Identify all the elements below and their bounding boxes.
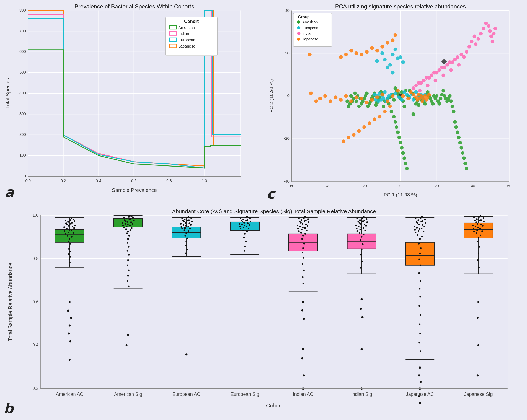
svg-point-451: [241, 224, 243, 225]
svg-point-139: [404, 162, 407, 165]
svg-point-179: [396, 56, 400, 60]
svg-point-375: [126, 226, 128, 227]
svg-point-216: [487, 24, 490, 28]
svg-point-65: [417, 103, 420, 107]
svg-point-227: [380, 93, 384, 96]
svg-text:60: 60: [507, 184, 512, 188]
svg-point-386: [128, 246, 130, 248]
svg-point-322: [68, 225, 70, 227]
svg-point-538: [365, 225, 367, 227]
svg-point-309: [70, 317, 72, 319]
svg-point-618: [480, 215, 481, 216]
svg-point-645: [477, 301, 479, 303]
svg-point-548: [361, 249, 363, 250]
svg-point-207: [465, 50, 468, 54]
svg-point-459: [240, 228, 241, 229]
svg-point-402: [189, 217, 191, 218]
svg-point-493: [304, 227, 306, 229]
svg-point-550: [361, 261, 363, 262]
svg-point-531: [355, 225, 357, 226]
svg-point-500: [303, 243, 305, 245]
svg-point-368: [133, 220, 135, 221]
svg-point-128: [463, 162, 467, 165]
svg-point-409: [185, 222, 186, 224]
svg-point-502: [302, 252, 303, 253]
svg-point-191: [445, 63, 449, 67]
legend-c-american-label: American: [302, 20, 318, 24]
svg-point-579: [414, 229, 416, 231]
svg-point-388: [128, 254, 130, 256]
main-layout: Prevalence of Bacterial Species Within C…: [0, 0, 527, 420]
svg-point-425: [185, 232, 187, 234]
y-label-a: Total Species: [5, 78, 11, 109]
svg-point-269: [388, 105, 392, 108]
svg-point-448: [245, 217, 246, 218]
svg-point-330: [64, 230, 65, 232]
svg-point-501: [302, 247, 304, 249]
chart-c-svg: PCA utilizing signature species relative…: [266, 3, 524, 202]
svg-point-212: [476, 37, 480, 41]
svg-point-578: [420, 221, 422, 222]
svg-text:700: 700: [19, 29, 26, 33]
svg-point-574: [425, 222, 426, 224]
legend-c-indian-icon: [297, 32, 300, 35]
svg-point-130: [392, 115, 396, 118]
svg-point-193: [417, 81, 420, 85]
svg-point-243: [339, 98, 343, 102]
svg-point-414: [188, 222, 190, 224]
legend-title-c: Group: [298, 15, 309, 19]
svg-point-429: [185, 245, 187, 246]
svg-point-631: [473, 228, 474, 229]
svg-point-157: [414, 90, 418, 94]
svg-text:-40: -40: [284, 179, 289, 183]
svg-point-508: [302, 301, 304, 303]
svg-point-604: [418, 374, 420, 376]
svg-point-261: [375, 49, 379, 53]
svg-point-328: [69, 229, 70, 231]
svg-point-615: [473, 217, 475, 218]
svg-point-204: [457, 63, 461, 67]
svg-point-616: [481, 216, 483, 217]
svg-point-270: [383, 110, 387, 113]
svg-text:800: 800: [19, 8, 26, 12]
svg-text:0.4: 0.4: [33, 343, 38, 347]
svg-point-314: [65, 220, 66, 221]
svg-point-46: [392, 98, 396, 102]
svg-point-445: [242, 221, 243, 222]
svg-point-231: [370, 98, 374, 102]
svg-point-403: [184, 219, 185, 220]
svg-point-221: [493, 27, 497, 30]
svg-point-313: [69, 359, 71, 361]
svg-point-199: [418, 89, 422, 93]
svg-point-633: [476, 229, 478, 231]
svg-point-411: [180, 223, 182, 225]
svg-point-255: [308, 53, 312, 56]
svg-point-342: [68, 248, 70, 250]
svg-point-404: [188, 216, 189, 217]
svg-point-149: [405, 93, 409, 96]
svg-point-119: [452, 110, 456, 113]
svg-point-143: [397, 95, 401, 99]
svg-point-620: [483, 217, 484, 219]
svg-point-118: [451, 105, 454, 108]
svg-point-316: [67, 221, 69, 223]
svg-point-577: [419, 228, 420, 230]
svg-point-334: [65, 233, 66, 235]
x-label-b: Cohort: [266, 403, 282, 408]
svg-point-512: [301, 357, 303, 359]
svg-point-329: [70, 223, 72, 225]
svg-text:200: 200: [19, 132, 26, 137]
svg-text:1.0: 1.0: [33, 213, 38, 217]
svg-point-114: [347, 105, 350, 108]
svg-point-453: [244, 225, 245, 226]
chart-b-title: Abundant Core (AC) and Signature Species…: [172, 208, 376, 214]
svg-point-605: [420, 381, 422, 383]
svg-point-242: [419, 94, 423, 98]
svg-point-187: [414, 84, 418, 87]
svg-point-205: [459, 53, 463, 56]
svg-point-419: [184, 227, 186, 229]
svg-point-376: [129, 225, 131, 226]
svg-point-341: [69, 246, 70, 247]
svg-point-507: [303, 283, 304, 284]
panel-c-label: c: [267, 186, 275, 202]
